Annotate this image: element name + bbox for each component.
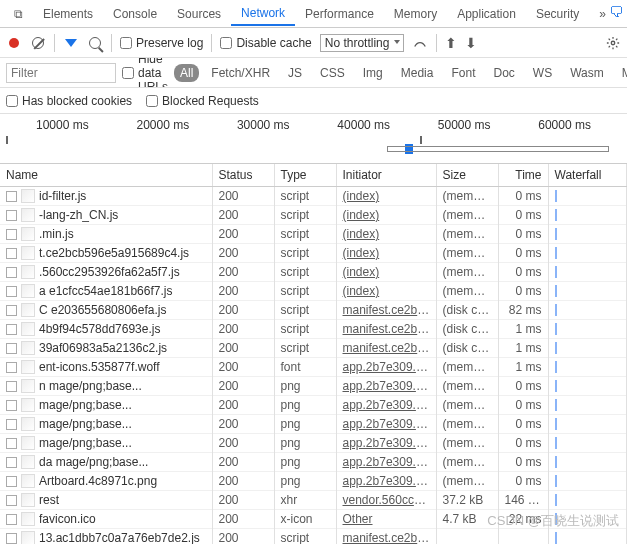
table-row[interactable]: 39af06983a5a2136c2.js200scriptmanifest.c… bbox=[0, 339, 627, 358]
filter-fetchxhr[interactable]: Fetch/XHR bbox=[205, 64, 276, 82]
row-checkbox[interactable] bbox=[6, 400, 17, 411]
tab-elements[interactable]: Elements bbox=[33, 3, 103, 25]
tab-application[interactable]: Application bbox=[447, 3, 526, 25]
col-size[interactable]: Size bbox=[436, 164, 498, 187]
table-row[interactable]: 4b9f94c578dd7693e.js200scriptmanifest.ce… bbox=[0, 320, 627, 339]
initiator-cell[interactable]: (index) bbox=[336, 244, 436, 263]
table-row[interactable]: Artboard.4c8971c.png200pngapp.2b7e309...… bbox=[0, 472, 627, 491]
tab-security[interactable]: Security bbox=[526, 3, 589, 25]
import-icon[interactable]: ⬆ bbox=[445, 35, 457, 51]
tab-console[interactable]: Console bbox=[103, 3, 167, 25]
blocked-requests-checkbox[interactable]: Blocked Requests bbox=[146, 94, 259, 108]
timeline-window[interactable] bbox=[387, 146, 609, 152]
col-status[interactable]: Status bbox=[212, 164, 274, 187]
initiator-cell[interactable]: manifest.ce2bcb5... bbox=[336, 320, 436, 339]
table-row[interactable]: mage/png;base...200pngapp.2b7e309....css… bbox=[0, 396, 627, 415]
col-waterfall[interactable]: Waterfall bbox=[548, 164, 627, 187]
clear-icon[interactable] bbox=[30, 35, 46, 51]
hide-data-urls-checkbox[interactable]: Hide data URLs bbox=[122, 58, 168, 88]
throttling-select[interactable]: No throttling bbox=[320, 34, 405, 52]
row-checkbox[interactable] bbox=[6, 438, 17, 449]
table-row[interactable]: mage/png;base...200pngapp.2b7e309....css… bbox=[0, 415, 627, 434]
initiator-cell[interactable]: app.2b7e309....css bbox=[336, 453, 436, 472]
initiator-cell[interactable]: manifest.ce2bcb5... bbox=[336, 339, 436, 358]
row-checkbox[interactable] bbox=[6, 419, 17, 430]
filter-img[interactable]: Img bbox=[357, 64, 389, 82]
filter-media[interactable]: Media bbox=[395, 64, 440, 82]
table-row[interactable]: rest200xhrvendor.560cc29....37.2 kB146 m… bbox=[0, 491, 627, 510]
filter-input[interactable] bbox=[6, 63, 116, 83]
initiator-cell[interactable]: Other bbox=[336, 510, 436, 529]
col-type[interactable]: Type bbox=[274, 164, 336, 187]
row-checkbox[interactable] bbox=[6, 267, 17, 278]
initiator-cell[interactable]: (index) bbox=[336, 187, 436, 206]
row-checkbox[interactable] bbox=[6, 305, 17, 316]
row-checkbox[interactable] bbox=[6, 495, 17, 506]
initiator-cell[interactable]: app.2b7e309....css bbox=[336, 434, 436, 453]
row-checkbox[interactable] bbox=[6, 324, 17, 335]
filter-font[interactable]: Font bbox=[445, 64, 481, 82]
table-row[interactable]: -lang-zh_CN.js200script(index)(memory...… bbox=[0, 206, 627, 225]
filter-wasm[interactable]: Wasm bbox=[564, 64, 610, 82]
initiator-cell[interactable]: app.2b7e309....css bbox=[336, 415, 436, 434]
tab-network[interactable]: Network bbox=[231, 2, 295, 26]
col-name[interactable]: Name bbox=[0, 164, 212, 187]
filter-doc[interactable]: Doc bbox=[487, 64, 520, 82]
table-row[interactable]: .560cc2953926fa62a5f7.js200script(index)… bbox=[0, 263, 627, 282]
initiator-cell[interactable]: (index) bbox=[336, 282, 436, 301]
initiator-cell[interactable]: app.2b7e309....css bbox=[336, 472, 436, 491]
row-checkbox[interactable] bbox=[6, 362, 17, 373]
table-row[interactable]: .min.js200script(index)(memory...0 ms bbox=[0, 225, 627, 244]
initiator-cell[interactable]: app.2b7e309....css bbox=[336, 377, 436, 396]
row-checkbox[interactable] bbox=[6, 476, 17, 487]
initiator-cell[interactable]: manifest.ce2bcb5... bbox=[336, 301, 436, 320]
col-time[interactable]: Time bbox=[498, 164, 548, 187]
initiator-cell[interactable]: (index) bbox=[336, 263, 436, 282]
search-icon[interactable] bbox=[87, 35, 103, 51]
table-row[interactable]: mage/png;base...200pngapp.2b7e309....css… bbox=[0, 434, 627, 453]
initiator-cell[interactable]: (index) bbox=[336, 225, 436, 244]
row-checkbox[interactable] bbox=[6, 210, 17, 221]
initiator-cell[interactable]: app.2b7e309....css bbox=[336, 358, 436, 377]
table-row[interactable]: 13.ac1dbb7c0a7a76eb7de2.js200scriptmanif… bbox=[0, 529, 627, 545]
blocked-cookies-checkbox[interactable]: Has blocked cookies bbox=[6, 94, 132, 108]
tab-layers[interactable]: ⧉ bbox=[4, 3, 33, 25]
row-checkbox[interactable] bbox=[6, 286, 17, 297]
row-checkbox[interactable] bbox=[6, 343, 17, 354]
export-icon[interactable]: ⬇ bbox=[465, 35, 477, 51]
tab-memory[interactable]: Memory bbox=[384, 3, 447, 25]
settings-icon[interactable] bbox=[605, 35, 621, 51]
filter-ws[interactable]: WS bbox=[527, 64, 558, 82]
tab-performance[interactable]: Performance bbox=[295, 3, 384, 25]
row-checkbox[interactable] bbox=[6, 514, 17, 525]
table-row[interactable]: ent-icons.535877f.woff200fontapp.2b7e309… bbox=[0, 358, 627, 377]
table-row[interactable]: da mage/png;base...200pngapp.2b7e309....… bbox=[0, 453, 627, 472]
table-row[interactable]: id-filter.js200script(index)(memory...0 … bbox=[0, 187, 627, 206]
initiator-cell[interactable]: vendor.560cc29.... bbox=[336, 491, 436, 510]
col-initiator[interactable]: Initiator bbox=[336, 164, 436, 187]
table-row[interactable]: a e1cfcc54ae181b66f7.js200script(index)(… bbox=[0, 282, 627, 301]
initiator-cell[interactable]: manifest.ce2bcb5... bbox=[336, 529, 436, 545]
table-row[interactable]: t.ce2bcb596e5a915689c4.js200script(index… bbox=[0, 244, 627, 263]
record-icon[interactable] bbox=[6, 35, 22, 51]
row-checkbox[interactable] bbox=[6, 381, 17, 392]
table-row[interactable]: C e203655680806efa.js200scriptmanifest.c… bbox=[0, 301, 627, 320]
tab-sources[interactable]: Sources bbox=[167, 3, 231, 25]
initiator-cell[interactable]: app.2b7e309....css bbox=[336, 396, 436, 415]
preserve-log-checkbox[interactable]: Preserve log bbox=[120, 36, 203, 50]
row-checkbox[interactable] bbox=[6, 229, 17, 240]
row-checkbox[interactable] bbox=[6, 248, 17, 259]
initiator-cell[interactable]: (index) bbox=[336, 206, 436, 225]
disable-cache-checkbox[interactable]: Disable cache bbox=[220, 36, 311, 50]
table-row[interactable]: n mage/png;base...200pngapp.2b7e309....c… bbox=[0, 377, 627, 396]
row-checkbox[interactable] bbox=[6, 457, 17, 468]
filter-icon[interactable] bbox=[63, 35, 79, 51]
filter-manifest[interactable]: Manifest bbox=[616, 64, 627, 82]
filter-css[interactable]: CSS bbox=[314, 64, 351, 82]
row-checkbox[interactable] bbox=[6, 533, 17, 544]
feedback-icon[interactable]: 🗨 bbox=[609, 4, 623, 20]
timeline-overview[interactable]: 10000 ms 20000 ms 30000 ms 40000 ms 5000… bbox=[0, 114, 627, 164]
filter-js[interactable]: JS bbox=[282, 64, 308, 82]
filter-all[interactable]: All bbox=[174, 64, 199, 82]
row-checkbox[interactable] bbox=[6, 191, 17, 202]
